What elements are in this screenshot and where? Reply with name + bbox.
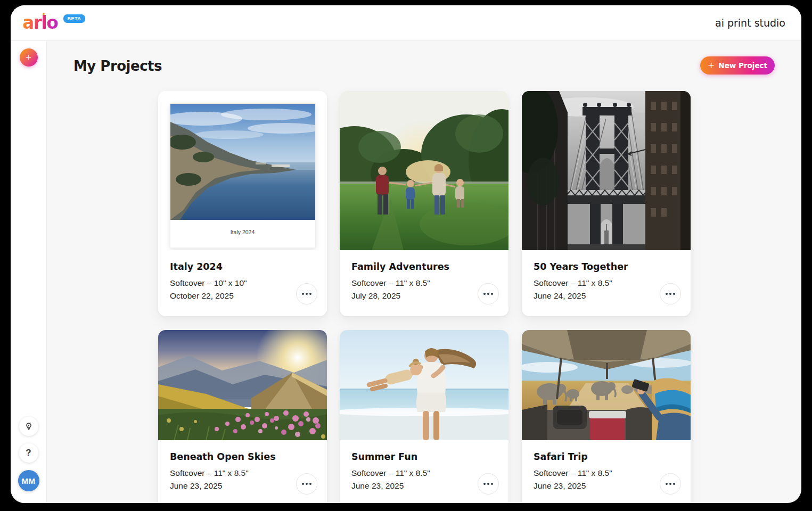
project-date: July 28, 2025 bbox=[351, 291, 497, 301]
ellipsis-icon bbox=[483, 483, 486, 485]
project-title: Italy 2024 bbox=[170, 261, 315, 272]
question-mark-icon: ? bbox=[26, 448, 31, 458]
project-spec: Softcover – 11" x 8.5" bbox=[351, 278, 497, 288]
beach-photo bbox=[340, 330, 508, 440]
card-body: Summer Fun Softcover – 11" x 8.5" June 2… bbox=[340, 440, 508, 491]
ellipsis-icon bbox=[491, 483, 493, 485]
project-menu-button[interactable] bbox=[660, 283, 681, 304]
ellipsis-icon bbox=[673, 293, 675, 295]
main-content: My Projects + New Project bbox=[47, 41, 801, 503]
ellipsis-icon bbox=[487, 483, 489, 485]
card-body: Family Adventures Softcover – 11" x 8.5"… bbox=[340, 250, 508, 301]
project-menu-button[interactable] bbox=[296, 473, 317, 494]
ellipsis-icon bbox=[666, 483, 668, 485]
book-cover-caption: Italy 2024 bbox=[170, 220, 315, 248]
project-date: June 23, 2025 bbox=[351, 481, 497, 491]
project-thumbnail-beach bbox=[340, 330, 508, 440]
project-menu-button[interactable] bbox=[296, 283, 317, 304]
lightbulb-icon bbox=[24, 422, 33, 431]
card-body: Beneath Open Skies Softcover – 11" x 8.5… bbox=[158, 440, 327, 491]
help-button[interactable]: ? bbox=[19, 443, 38, 463]
ideas-button[interactable] bbox=[19, 417, 38, 436]
card-body: Italy 2024 Softcover – 10" x 10" October… bbox=[158, 250, 327, 301]
ellipsis-icon bbox=[669, 483, 671, 485]
ellipsis-icon bbox=[302, 483, 304, 485]
project-thumbnail-family bbox=[340, 91, 508, 250]
mountain-sunset-photo bbox=[158, 330, 327, 440]
project-date: October 22, 2025 bbox=[170, 291, 315, 301]
studio-label: ai print studio bbox=[715, 17, 785, 29]
project-card-summer-fun[interactable]: Summer Fun Softcover – 11" x 8.5" June 2… bbox=[340, 330, 508, 503]
project-date: June 23, 2025 bbox=[170, 481, 315, 491]
ellipsis-icon bbox=[309, 483, 311, 485]
project-card-family-adventures[interactable]: Family Adventures Softcover – 11" x 8.5"… bbox=[340, 91, 508, 316]
sidebar-new-project-button[interactable]: + bbox=[20, 48, 38, 67]
project-title: Summer Fun bbox=[351, 451, 497, 462]
card-body: 50 Years Together Softcover – 11" x 8.5"… bbox=[522, 250, 691, 301]
project-menu-button[interactable] bbox=[660, 473, 681, 494]
logo-wordmark: arlo bbox=[22, 13, 58, 32]
ellipsis-icon bbox=[302, 293, 304, 295]
family-field-photo bbox=[340, 91, 508, 250]
ellipsis-icon bbox=[669, 293, 671, 295]
project-date: June 23, 2025 bbox=[534, 481, 679, 491]
plus-icon: + bbox=[708, 60, 715, 70]
project-spec: Softcover – 10" x 10" bbox=[170, 278, 315, 288]
sparkle-icon: ✦ bbox=[42, 11, 46, 17]
ellipsis-icon bbox=[306, 293, 308, 295]
user-avatar[interactable]: MM bbox=[18, 470, 39, 491]
project-thumbnail-mountains bbox=[158, 330, 327, 440]
ellipsis-icon bbox=[483, 293, 486, 295]
project-thumbnail-italy: Italy 2024 bbox=[158, 91, 327, 250]
new-project-label: New Project bbox=[718, 61, 767, 70]
arlo-logo[interactable]: arlo ✦ BETA bbox=[22, 13, 85, 32]
ellipsis-icon bbox=[309, 293, 311, 295]
project-spec: Softcover – 11" x 8.5" bbox=[170, 468, 315, 478]
card-body: Safari Trip Softcover – 11" x 8.5" June … bbox=[522, 440, 691, 491]
project-card-50-years-together[interactable]: 50 Years Together Softcover – 11" x 8.5"… bbox=[522, 91, 691, 316]
page-title: My Projects bbox=[73, 58, 162, 74]
project-date: June 24, 2025 bbox=[534, 291, 679, 301]
project-card-italy-2024[interactable]: Italy 2024 Italy 2024 Softcover – 10" x … bbox=[158, 91, 327, 316]
sidebar-bottom-group: ? MM bbox=[18, 417, 39, 503]
manhattan-bridge-photo bbox=[522, 91, 691, 250]
ellipsis-icon bbox=[306, 483, 308, 485]
ellipsis-icon bbox=[666, 293, 668, 295]
project-title: Family Adventures bbox=[351, 261, 497, 272]
italy-coast-photo bbox=[170, 104, 315, 220]
project-thumbnail-safari bbox=[522, 330, 691, 440]
ellipsis-icon bbox=[491, 293, 493, 295]
project-spec: Softcover – 11" x 8.5" bbox=[534, 278, 679, 288]
book-cover-mockup: Italy 2024 bbox=[170, 104, 315, 248]
project-menu-button[interactable] bbox=[478, 473, 499, 494]
project-menu-button[interactable] bbox=[478, 283, 499, 304]
project-spec: Softcover – 11" x 8.5" bbox=[534, 468, 679, 478]
project-thumbnail-bridge bbox=[522, 91, 691, 250]
app-window: arlo ✦ BETA ai print studio + ? MM My Pr… bbox=[11, 5, 801, 503]
beta-badge: BETA bbox=[63, 14, 86, 23]
sidebar: + ? MM bbox=[11, 41, 47, 503]
ellipsis-icon bbox=[673, 483, 675, 485]
safari-photo bbox=[522, 330, 691, 440]
new-project-button[interactable]: + New Project bbox=[700, 56, 775, 75]
project-title: 50 Years Together bbox=[534, 261, 679, 272]
project-spec: Softcover – 11" x 8.5" bbox=[351, 468, 497, 478]
project-title: Safari Trip bbox=[534, 451, 679, 462]
top-bar: arlo ✦ BETA ai print studio bbox=[11, 5, 801, 41]
project-title: Beneath Open Skies bbox=[170, 451, 315, 462]
project-card-beneath-open-skies[interactable]: Beneath Open Skies Softcover – 11" x 8.5… bbox=[158, 330, 327, 503]
project-card-safari-trip[interactable]: Safari Trip Softcover – 11" x 8.5" June … bbox=[522, 330, 691, 503]
ellipsis-icon bbox=[487, 293, 489, 295]
